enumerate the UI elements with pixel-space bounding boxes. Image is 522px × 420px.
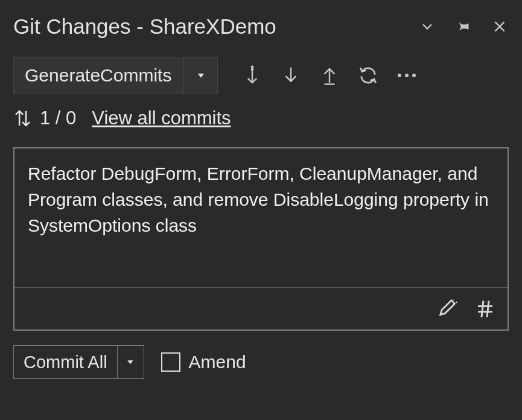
sync-icon[interactable] <box>358 65 378 86</box>
pin-icon[interactable] <box>454 18 473 36</box>
branch-dropdown-caret[interactable] <box>183 57 217 94</box>
branch-toolbar: GenerateCommits <box>13 57 509 94</box>
close-icon[interactable] <box>491 18 509 36</box>
svg-point-9 <box>398 74 401 77</box>
pull-icon[interactable] <box>281 65 301 86</box>
outgoing-incoming-icon <box>13 108 31 129</box>
svg-marker-2 <box>198 74 205 78</box>
more-icon[interactable] <box>396 65 417 86</box>
commit-dropdown-caret[interactable] <box>117 346 144 378</box>
commit-message-input[interactable]: Refactor DebugForm, ErrorForm, CleanupMa… <box>14 148 508 287</box>
svg-point-5 <box>252 69 253 70</box>
branch-name: GenerateCommits <box>14 65 183 86</box>
svg-marker-18 <box>127 360 133 364</box>
svg-line-16 <box>482 301 483 317</box>
svg-point-10 <box>405 74 409 77</box>
outgoing-incoming-count: 1 / 0 <box>40 107 76 129</box>
amend-checkbox-box <box>161 352 180 372</box>
commit-actions-row: Commit All Amend <box>13 345 509 379</box>
amend-checkbox[interactable]: Amend <box>161 352 246 372</box>
commit-message-toolbar <box>14 287 508 329</box>
svg-point-11 <box>412 74 416 77</box>
push-icon[interactable] <box>319 65 340 86</box>
commit-message-box: Refactor DebugForm, ErrorForm, CleanupMa… <box>13 147 509 331</box>
ai-generate-icon[interactable] <box>438 298 460 320</box>
amend-label: Amend <box>189 352 246 372</box>
title-bar: Git Changes - ShareXDemo <box>13 14 509 39</box>
hash-icon[interactable] <box>474 298 497 320</box>
svg-point-4 <box>252 66 253 68</box>
branch-actions <box>242 65 417 86</box>
title-bar-actions <box>418 18 509 36</box>
panel-title: Git Changes - ShareXDemo <box>13 14 418 39</box>
commit-all-button[interactable]: Commit All <box>13 345 144 379</box>
svg-line-17 <box>487 301 489 317</box>
view-all-commits-link[interactable]: View all commits <box>92 107 231 129</box>
chevron-down-icon[interactable] <box>418 18 436 36</box>
fetch-icon[interactable] <box>242 65 263 86</box>
branch-selector[interactable]: GenerateCommits <box>13 57 218 94</box>
sync-status-row: 1 / 0 View all commits <box>13 107 509 129</box>
commit-all-label: Commit All <box>14 352 117 372</box>
git-changes-panel: Git Changes - ShareXDemo GenerateCommits <box>0 0 522 420</box>
